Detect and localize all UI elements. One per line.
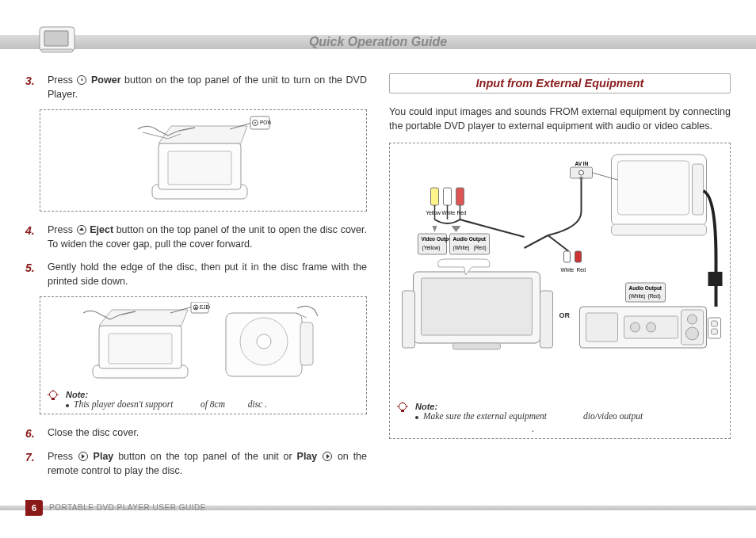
footer-title: PORTABLE DVD PLAYER USER GUIDE [49, 500, 206, 516]
note-text: Make sure the external equipment dio/vid… [423, 411, 643, 433]
svg-text:Red: Red [457, 210, 467, 216]
svg-text:Video Output: Video Output [422, 236, 455, 242]
step-5: 5. Gently hold the edge of the disc, the… [25, 260, 367, 288]
svg-point-10 [254, 122, 256, 124]
step-number: 7. [25, 449, 41, 478]
svg-text:White: White [561, 267, 575, 273]
svg-text:Yellow: Yellow [426, 210, 441, 216]
svg-rect-65 [540, 291, 553, 348]
page-title: Quick Operation Guide [0, 35, 756, 49]
svg-rect-14 [109, 334, 172, 364]
svg-point-25 [50, 391, 57, 398]
svg-rect-63 [453, 343, 501, 349]
svg-point-70 [631, 322, 640, 332]
svg-rect-33 [612, 224, 707, 235]
section-paragraph: You could input images and sounds FROM e… [389, 105, 731, 133]
svg-rect-84 [401, 410, 404, 412]
step-number: 4. [25, 223, 41, 251]
step-text: Press Play button on the top panel of th… [48, 449, 367, 478]
svg-rect-82 [712, 329, 718, 334]
svg-rect-32 [693, 164, 704, 215]
note-label: Note: [415, 402, 724, 411]
right-column: Input from External Equipment You could … [389, 73, 731, 490]
step-text: Close the disc cover. [48, 425, 367, 441]
svg-point-83 [399, 403, 407, 410]
bulb-icon [396, 402, 409, 414]
svg-rect-5 [168, 151, 231, 185]
step-7: 7. Press Play button on the top panel of… [25, 449, 367, 478]
step-number: 6. [25, 425, 41, 441]
svg-marker-53 [452, 226, 461, 232]
svg-rect-45 [456, 188, 464, 205]
eject-icon [77, 225, 86, 235]
svg-text:EJECT: EJECT [200, 304, 210, 310]
svg-text:White: White [442, 210, 456, 216]
page-number: 6 [25, 500, 43, 516]
svg-text:Audio Output: Audio Output [453, 236, 487, 242]
play-icon [78, 452, 88, 461]
play-icon [323, 452, 332, 461]
note-label: Note: [66, 390, 360, 399]
svg-text:Audio Output: Audio Output [629, 285, 662, 292]
connection-diagram: AV IN White Red [396, 148, 724, 394]
svg-rect-68 [586, 313, 618, 341]
svg-rect-64 [403, 291, 415, 348]
svg-rect-81 [712, 321, 718, 326]
figure-power: POWER [40, 109, 367, 212]
svg-rect-79 [708, 272, 723, 286]
step-4: 4. Press Eject button on the top panel o… [25, 223, 367, 251]
svg-text:Red: Red [577, 267, 586, 273]
step-number: 3. [25, 73, 41, 101]
svg-rect-24 [300, 322, 313, 365]
svg-rect-31 [618, 161, 689, 215]
step-number: 5. [25, 260, 41, 288]
step-3: 3. Press Power button on the top panel o… [25, 73, 367, 101]
bullet-icon [66, 404, 69, 407]
svg-point-74 [686, 327, 699, 340]
svg-marker-52 [433, 226, 437, 232]
svg-rect-40 [575, 251, 582, 262]
svg-marker-6 [158, 126, 247, 143]
note-block-right: Note: Make sure the external equipment d… [396, 402, 724, 433]
svg-text:(White): (White) [629, 293, 646, 300]
content-columns: 3. Press Power button on the top panel o… [25, 73, 731, 490]
section-title: Input from External Equipment [389, 73, 731, 93]
step-text: Gently hold the edge of the disc, then p… [48, 260, 367, 288]
svg-rect-39 [564, 251, 571, 262]
note-block-left: Note: This player doesn't support of 8cm… [47, 390, 360, 409]
note-text: This player doesn't support of 8cm disc … [74, 399, 267, 409]
svg-rect-43 [431, 188, 439, 205]
power-icon [77, 75, 86, 85]
svg-point-23 [257, 334, 271, 349]
figure-eject: EJECT Note: [40, 296, 367, 414]
step-6: 6. Close the disc cover. [25, 425, 367, 441]
svg-text:AV IN: AV IN [575, 161, 589, 166]
svg-text:(White): (White) [453, 245, 470, 251]
svg-text:(Red): (Red) [474, 245, 487, 251]
bullet-icon [415, 416, 418, 419]
svg-point-71 [647, 322, 656, 332]
svg-point-36 [579, 170, 584, 175]
player-power-sketch: POWER [136, 115, 271, 206]
note-bullet: Make sure the external equipment dio/vid… [415, 411, 724, 433]
svg-point-38 [579, 177, 582, 180]
note-bullet: This player doesn't support of 8cm disc … [66, 399, 360, 409]
svg-text:(Red): (Red) [648, 293, 661, 300]
step-text: Press Power button on the top panel of t… [48, 73, 367, 101]
svg-text:(Yellow): (Yellow) [422, 245, 441, 251]
left-column: 3. Press Power button on the top panel o… [25, 73, 367, 490]
figure-connections: AV IN White Red [389, 143, 731, 439]
player-back-sketch [221, 302, 324, 385]
svg-text:OR: OR [559, 311, 571, 319]
svg-rect-26 [52, 398, 55, 400]
player-eject-sketch: EJECT [83, 302, 210, 385]
bulb-icon [47, 390, 59, 403]
svg-rect-62 [422, 278, 533, 335]
step-text: Press Eject button on the top panel of t… [48, 223, 367, 251]
svg-rect-2 [41, 49, 73, 52]
footer: 6 PORTABLE DVD PLAYER USER GUIDE [0, 500, 756, 516]
svg-point-73 [688, 315, 697, 324]
svg-text:POWER: POWER [260, 120, 271, 125]
svg-rect-44 [444, 188, 452, 205]
